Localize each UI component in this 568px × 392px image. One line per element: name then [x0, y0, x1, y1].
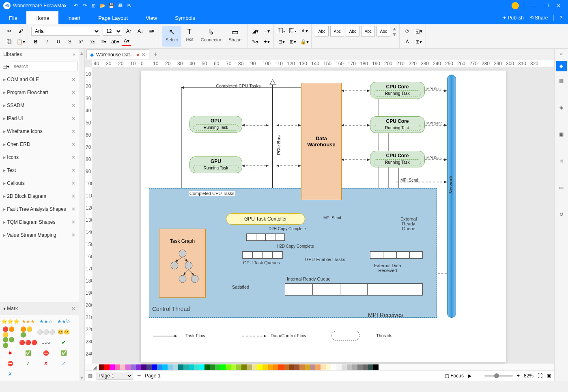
color-swatch[interactable]	[141, 364, 146, 370]
subscript-icon[interactable]: x₂	[88, 37, 97, 46]
lib-item[interactable]: ▸ COM and OLE✕	[0, 73, 79, 86]
gpu-node[interactable]: GPURunning Task	[189, 116, 242, 133]
font-color-icon[interactable]: A▾	[122, 37, 131, 46]
superscript-icon[interactable]: x²	[77, 37, 86, 46]
external-ready-queue[interactable]	[370, 251, 423, 259]
lib-item[interactable]: ▸ 2D Block Diagram✕	[0, 190, 79, 203]
color-swatch[interactable]	[299, 364, 305, 370]
lib-item[interactable]: ▸ Program Flowchart✕	[0, 86, 79, 99]
lib-item[interactable]: ▸ Chen ERD✕	[0, 138, 79, 151]
add-page-icon[interactable]: +	[137, 372, 141, 379]
cpu-core-node[interactable]: CPU CoreRunning Task	[370, 82, 425, 99]
style-preset[interactable]: Abc	[377, 26, 390, 36]
style-preset[interactable]: Abc	[315, 26, 329, 36]
color-swatch[interactable]	[168, 364, 173, 370]
new-tab-icon[interactable]: +	[151, 51, 159, 58]
pages-list-icon[interactable]: ▥	[88, 373, 93, 379]
shape-check-circle[interactable]: ✅	[20, 349, 36, 357]
color-swatch[interactable]	[331, 364, 336, 370]
color-swatch[interactable]	[125, 364, 131, 370]
color-swatch[interactable]	[152, 364, 157, 370]
bold-icon[interactable]: B	[31, 37, 40, 46]
color-swatch[interactable]	[178, 364, 183, 370]
page-tab[interactable]: Page-1	[145, 373, 161, 379]
data-panel-icon[interactable]: ▣	[556, 129, 567, 139]
shape-dots[interactable]: 🔴🟠🟡	[2, 328, 18, 336]
diagram-page[interactable]: Data Warehouse GPURunning Task GPURunnin…	[141, 71, 506, 362]
align-icon[interactable]: ≡▾	[147, 27, 156, 36]
lib-item[interactable]: ▸ Icons✕	[0, 151, 79, 164]
shape-cross-circle[interactable]: ✗	[2, 370, 18, 378]
format-painter-icon[interactable]: 🖌	[16, 27, 25, 36]
shape-check-circle[interactable]: ✓	[56, 360, 71, 368]
rotate-icon[interactable]: ⟳	[403, 27, 412, 36]
tab-symbols[interactable]: Symbols	[166, 11, 204, 24]
distribute-icon[interactable]: ⊞▾	[288, 37, 297, 46]
color-swatch[interactable]	[310, 364, 315, 370]
fill-icon[interactable]: ◢▾	[251, 27, 260, 36]
shape-dots[interactable]: 🟠🟡🟢	[20, 328, 36, 336]
bullets-icon[interactable]: ≡▾	[99, 37, 108, 46]
color-swatch[interactable]	[104, 364, 110, 370]
color-swatch[interactable]	[257, 364, 262, 370]
shape-cross-circle[interactable]: ⛔	[38, 349, 54, 357]
style-preset[interactable]: Abc	[330, 26, 344, 36]
decrease-font-icon[interactable]: A↓	[136, 27, 145, 36]
task-graph-node[interactable]: Task Graph	[159, 229, 206, 298]
text-direction-icon[interactable]: Ａ	[403, 37, 412, 46]
group-icon[interactable]: ⿺▾	[277, 27, 286, 36]
color-swatch[interactable]	[347, 364, 352, 370]
user-avatar-icon[interactable]	[512, 2, 519, 9]
lib-section-mark[interactable]: ▾ Mark✕	[0, 302, 79, 315]
gpu-controller-node[interactable]: GPU Task Contoller	[226, 213, 305, 225]
color-swatch[interactable]	[289, 364, 294, 370]
internal-ready-queue[interactable]	[285, 283, 423, 296]
lib-item[interactable]: ▸ Wireframe Icons✕	[0, 125, 79, 138]
increase-font-icon[interactable]: A↑	[125, 27, 133, 36]
ungroup-icon[interactable]: ⿺▾	[288, 27, 297, 36]
highlight-icon[interactable]: ab▾	[111, 37, 120, 46]
color-swatch[interactable]	[262, 364, 268, 370]
color-swatch[interactable]	[336, 364, 342, 370]
lib-item[interactable]: ▸ Fault Tree Analysis Shapes✕	[0, 203, 79, 216]
color-swatch[interactable]	[268, 364, 273, 370]
shuffle-icon[interactable]: ⤨	[556, 156, 567, 166]
color-swatch[interactable]	[183, 364, 189, 370]
open-icon[interactable]: 📂	[98, 1, 107, 10]
color-swatch[interactable]	[241, 364, 247, 370]
shape-dots[interactable]: 🔴🔴🔴	[20, 338, 36, 347]
color-swatch[interactable]	[273, 364, 278, 370]
strike-icon[interactable]: S	[65, 37, 74, 46]
network-cylinder[interactable]	[447, 75, 456, 318]
select-tool[interactable]: ↖Select	[162, 26, 181, 47]
tab-insert[interactable]: Insert	[58, 11, 90, 24]
chevron-up-icon[interactable]: ▲	[80, 50, 84, 56]
italic-icon[interactable]: I	[43, 37, 52, 46]
shape-stars[interactable]: ★★½	[56, 317, 71, 326]
shape-cross[interactable]: ✖	[2, 349, 18, 357]
color-swatch[interactable]	[204, 364, 210, 370]
collapse-icon[interactable]: «	[73, 51, 75, 57]
gpu-task-queue[interactable]	[242, 251, 283, 259]
chevron-down-icon[interactable]: ▼	[80, 375, 84, 381]
layers-panel-icon[interactable]: ◈	[556, 102, 567, 113]
shape-cross-circle[interactable]: ⛔	[2, 360, 18, 368]
zoom-slider[interactable]	[484, 375, 513, 377]
zoom-out-icon[interactable]: —	[475, 373, 480, 379]
color-swatch[interactable]	[146, 364, 152, 370]
color-swatch[interactable]	[278, 364, 284, 370]
color-swatch[interactable]	[210, 364, 215, 370]
maximize-icon[interactable]: ☐	[540, 3, 553, 9]
style-preset[interactable]: Abc	[361, 26, 375, 36]
shape-stars[interactable]: ★★☆	[38, 317, 54, 326]
theme-panel-icon[interactable]: ▦	[556, 75, 567, 86]
color-swatch[interactable]	[220, 364, 226, 370]
shape-check-circle[interactable]: ✓	[20, 360, 36, 368]
fit-page-icon[interactable]: ⛶	[538, 373, 542, 379]
lib-item[interactable]: ▸ TQM Diagram Shapes✕	[0, 216, 79, 229]
tab-page-layout[interactable]: Page Layout	[89, 11, 137, 24]
lib-item[interactable]: ▸ iPad UI✕	[0, 112, 79, 125]
align-objects-icon[interactable]: ⊟▾	[277, 37, 286, 46]
redo-icon[interactable]: ↷	[80, 1, 89, 10]
color-swatch[interactable]	[173, 364, 178, 370]
